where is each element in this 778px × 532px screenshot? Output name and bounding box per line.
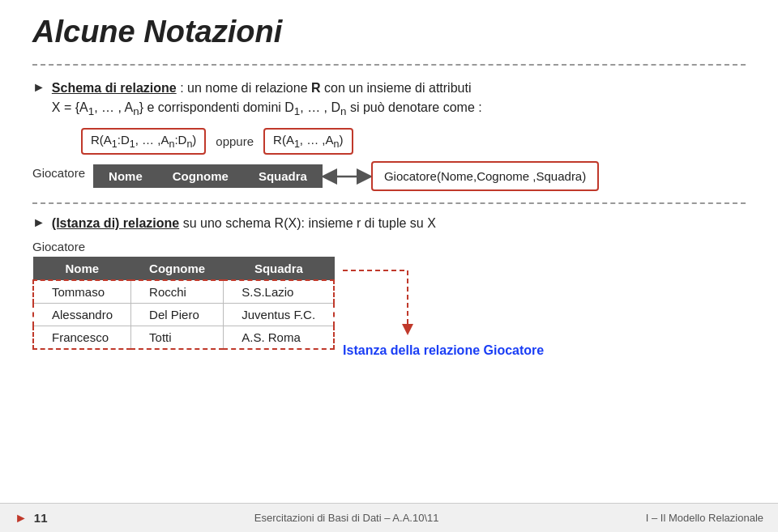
schema-col-squadra: Squadra	[243, 165, 322, 188]
instance-col-squadra: Squadra	[224, 257, 334, 281]
istanza-label: Istanza della relazione Giocatore	[343, 343, 544, 358]
cell-nome-1: Alessandro	[33, 304, 131, 326]
instance-left: Giocatore Nome Cognome Squadra Tommaso R…	[32, 240, 335, 350]
bullet1-section: ► Schema di relazione : un nome di relaz…	[32, 79, 746, 120]
schema-row-wrapper: Giocatore Nome Cognome Squadra	[32, 161, 746, 191]
schema-header-row: Nome Cognome Squadra	[94, 165, 323, 188]
main-content: Alcune Notazioni ► Schema di relazione :…	[0, 0, 778, 366]
bullet1-arrow: ►	[32, 80, 45, 95]
instance-tbody: Tommaso Rocchi S.S.Lazio Alessandro Del …	[33, 280, 334, 349]
separator2	[32, 202, 746, 204]
table-row: Francesco Totti A.S. Roma	[33, 326, 334, 350]
schema-table-container: Nome Cognome Squadra	[93, 164, 323, 188]
separator1	[32, 64, 746, 66]
cell-squadra-2: A.S. Roma	[224, 326, 334, 350]
bullet2-rest: su uno schema R(X): insieme r di tuple s…	[179, 216, 436, 230]
formula1-box: R(A1:D1, … ,An:Dn)	[81, 128, 206, 155]
relation-box: Giocatore(Nome,Cognome ,Squadra)	[371, 161, 599, 191]
footer-page: 11	[34, 511, 48, 525]
schema-table: Nome Cognome Squadra	[93, 164, 323, 188]
double-arrow	[323, 165, 371, 188]
bullet1-label: Schema di relazione	[52, 81, 177, 95]
cell-squadra-0: S.S.Lazio	[224, 280, 334, 304]
bullet1-line2: X = {A1, … , An} e corrispondenti domini…	[52, 100, 482, 114]
table-row: Alessandro Del Piero Juventus F.C.	[33, 304, 334, 326]
arrow-label-area: Istanza della relazione Giocatore	[343, 240, 544, 358]
relation-text: Giocatore(Nome,Cognome ,Squadra)	[384, 169, 586, 183]
instance-area: Giocatore Nome Cognome Squadra Tommaso R…	[32, 240, 746, 358]
notation-formulas: R(A1:D1, … ,An:Dn) oppure R(A1, … ,An)	[81, 128, 746, 155]
footer-bullet: ►	[15, 511, 28, 526]
svg-marker-3	[402, 324, 413, 335]
table-row: Tommaso Rocchi S.S.Lazio	[33, 280, 334, 304]
schema-col-cognome: Cognome	[157, 165, 243, 188]
cell-cognome-2: Totti	[131, 326, 224, 350]
footer-left: ► 11	[15, 511, 48, 526]
giocatore-label: Giocatore	[32, 161, 85, 180]
instance-header-row: Nome Cognome Squadra	[33, 257, 334, 281]
schema-col-nome: Nome	[94, 165, 158, 188]
bullet2-section: ► (Istanza di) relazione su uno schema R…	[32, 214, 746, 233]
oppure-text: oppure	[216, 134, 254, 148]
instance-col-nome: Nome	[33, 257, 131, 281]
page-title: Alcune Notazioni	[32, 15, 746, 49]
bullet1-text1: : un nome di relazione R con un insieme …	[177, 81, 472, 95]
cell-nome-0: Tommaso	[33, 280, 131, 304]
cell-squadra-1: Juventus F.C.	[224, 304, 334, 326]
cell-cognome-1: Del Piero	[131, 304, 224, 326]
footer: ► 11 Esercitazioni di Basi di Dati – A.A…	[0, 503, 778, 532]
bullet2-label: (Istanza di) relazione	[52, 216, 179, 230]
cell-nome-2: Francesco	[33, 326, 131, 350]
formula2-box: R(A1, … ,An)	[263, 128, 353, 155]
cell-cognome-0: Rocchi	[131, 280, 224, 304]
instance-col-cognome: Cognome	[131, 257, 224, 281]
bullet1-text: Schema di relazione : un nome di relazio…	[52, 79, 482, 120]
dashed-arrow-svg	[343, 262, 472, 351]
footer-right: I – Il Modello Relazionale	[646, 512, 763, 524]
bullet2-text: (Istanza di) relazione su uno schema R(X…	[52, 214, 436, 233]
instance-table: Nome Cognome Squadra Tommaso Rocchi S.S.…	[32, 257, 335, 350]
footer-center: Esercitazioni di Basi di Dati – A.A.10\1…	[254, 512, 439, 524]
giocatore-label2: Giocatore	[32, 240, 85, 253]
bullet2-arrow: ►	[32, 215, 45, 230]
